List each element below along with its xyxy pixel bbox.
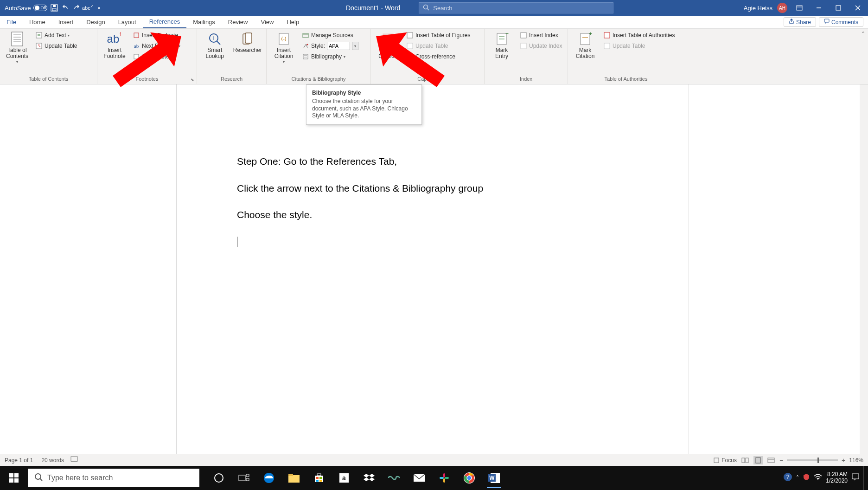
update-toa-label: Update Table xyxy=(613,43,645,49)
vertical-scrollbar[interactable] xyxy=(860,84,868,454)
microsoft-store-icon[interactable] xyxy=(309,468,329,488)
manage-sources-icon xyxy=(302,32,309,39)
tab-home[interactable]: Home xyxy=(23,16,52,28)
tab-mailings[interactable]: Mailings xyxy=(186,16,222,28)
file-explorer-icon[interactable] xyxy=(284,468,304,488)
zoom-in-button[interactable]: + xyxy=(842,457,845,464)
qat-customize-icon[interactable]: ▾ xyxy=(95,4,103,12)
zoom-out-button[interactable]: − xyxy=(779,457,783,464)
group-label-research: Research xyxy=(197,76,266,84)
zoom-slider-thumb-icon[interactable] xyxy=(817,458,819,463)
insert-index-button[interactable]: Insert Index xyxy=(518,31,564,40)
start-button[interactable] xyxy=(0,466,28,490)
tray-chevron-up-icon[interactable]: ˄ xyxy=(796,475,799,481)
group-label-index: Index xyxy=(485,76,568,84)
focus-icon xyxy=(713,457,720,464)
close-button[interactable] xyxy=(850,0,865,16)
status-words[interactable]: 20 words xyxy=(41,457,64,464)
tab-design[interactable]: Design xyxy=(80,16,111,28)
add-text-button[interactable]: Add Text ▾ xyxy=(33,31,79,40)
status-page[interactable]: Page 1 of 1 xyxy=(5,457,33,464)
share-button[interactable]: Share xyxy=(784,17,816,27)
slack-icon[interactable] xyxy=(434,468,454,488)
update-toa-button: Update Table xyxy=(601,41,677,51)
insert-citation-button[interactable]: (-) Insert Citation ▾ xyxy=(269,31,298,64)
page[interactable]: Step One: Go to the References Tab, Clic… xyxy=(176,84,689,490)
dropbox-icon[interactable] xyxy=(359,468,379,488)
quick-access-toolbar: AutoSave Off abc✓ ▾ xyxy=(0,4,103,12)
mark-citation-button[interactable]: + Mark Citation xyxy=(571,31,600,59)
update-toc-button[interactable]: Update Table xyxy=(33,41,79,51)
page-content[interactable]: Step One: Go to the References Tab, Clic… xyxy=(177,84,689,249)
spellcheck-icon[interactable]: abc✓ xyxy=(83,4,92,12)
windows-logo-icon xyxy=(9,473,19,483)
infinity-app-icon[interactable] xyxy=(384,468,404,488)
bibliography-label: Bibliography xyxy=(311,53,342,60)
ribbon-display-options-icon[interactable] xyxy=(792,0,807,16)
undo-icon[interactable] xyxy=(61,4,70,12)
focus-mode-button[interactable]: Focus xyxy=(713,457,737,464)
tab-insert[interactable]: Insert xyxy=(52,16,80,28)
chrome-icon[interactable] xyxy=(459,468,479,488)
security-tray-icon[interactable] xyxy=(803,473,810,483)
document-area[interactable]: Step One: Go to the References Tab, Clic… xyxy=(0,84,868,454)
style-selector[interactable]: Style: ▾ xyxy=(300,41,360,51)
tab-view[interactable]: View xyxy=(254,16,280,28)
chevron-down-icon: ▾ xyxy=(68,33,70,38)
insert-toa-button[interactable]: Insert Table of Authorities xyxy=(601,31,677,40)
tab-file[interactable]: File xyxy=(0,16,23,28)
bibliography-button[interactable]: Bibliography ▾ xyxy=(300,52,360,61)
tab-layout[interactable]: Layout xyxy=(112,16,143,28)
minimize-button[interactable] xyxy=(811,0,826,16)
group-index: + Mark Entry Insert Index Update Index I… xyxy=(485,29,568,84)
zoom-slider[interactable] xyxy=(787,459,838,461)
mail-icon[interactable] xyxy=(409,468,429,488)
autosave-switch[interactable]: Off xyxy=(33,5,47,11)
svg-text:+: + xyxy=(589,31,592,37)
redo-icon[interactable] xyxy=(72,4,81,12)
save-icon[interactable] xyxy=(50,4,58,12)
smart-lookup-button[interactable]: i Smart Lookup xyxy=(200,31,230,59)
style-dropdown-icon[interactable]: ▾ xyxy=(352,42,358,50)
user-avatar[interactable]: AH xyxy=(777,3,787,13)
notifications-tray-icon[interactable] xyxy=(851,473,860,483)
manage-sources-button[interactable]: Manage Sources xyxy=(300,31,360,40)
table-of-contents-button[interactable]: Table of Contents ▾ xyxy=(3,31,32,64)
doc-paragraph-3[interactable]: Choose the style. xyxy=(237,207,628,222)
update-table-icon xyxy=(35,42,43,50)
help-tray-icon[interactable]: ? xyxy=(783,472,792,484)
tab-references[interactable]: References xyxy=(143,16,186,28)
cortana-icon[interactable] xyxy=(209,468,229,488)
edge-icon[interactable] xyxy=(259,468,279,488)
user-name[interactable]: Agie Heiss xyxy=(744,5,772,12)
word-icon[interactable]: W xyxy=(484,468,504,488)
show-desktop-button[interactable] xyxy=(863,466,866,490)
wifi-tray-icon[interactable] xyxy=(814,474,822,482)
doc-cursor-line[interactable] xyxy=(237,234,628,249)
doc-paragraph-2[interactable]: Click the arrow next to the Citations & … xyxy=(237,181,628,196)
maximize-button[interactable] xyxy=(831,0,846,16)
read-mode-icon[interactable] xyxy=(740,456,750,464)
zoom-level[interactable]: 116% xyxy=(849,457,863,464)
amazon-icon[interactable]: a xyxy=(334,468,354,488)
taskbar-clock[interactable]: 8:20 AM 1/2/2020 xyxy=(826,471,848,484)
status-spellcheck-icon[interactable] xyxy=(70,456,78,464)
task-view-icon[interactable] xyxy=(234,468,254,488)
search-box[interactable]: Search xyxy=(419,2,613,13)
taskbar-search[interactable]: Type here to search xyxy=(28,469,199,487)
print-layout-icon[interactable] xyxy=(753,456,763,464)
update-index-button: Update Index xyxy=(518,41,564,51)
style-value-input[interactable] xyxy=(327,42,350,50)
tab-review[interactable]: Review xyxy=(222,16,255,28)
clock-time: 8:20 AM xyxy=(826,471,848,478)
tab-help[interactable]: Help xyxy=(280,16,306,28)
autosave-toggle[interactable]: AutoSave Off xyxy=(5,5,47,12)
svg-line-4 xyxy=(428,8,429,10)
mark-entry-button[interactable]: + Mark Entry xyxy=(487,31,516,59)
comments-button[interactable]: Comments xyxy=(819,17,863,27)
researcher-button[interactable]: Researcher xyxy=(232,31,263,53)
collapse-ribbon-icon[interactable]: ⌃ xyxy=(861,31,865,37)
web-layout-icon[interactable] xyxy=(766,456,776,464)
doc-paragraph-1[interactable]: Step One: Go to the References Tab, xyxy=(237,154,628,169)
group-citations: (-) Insert Citation ▾ Manage Sources Sty… xyxy=(267,29,371,84)
